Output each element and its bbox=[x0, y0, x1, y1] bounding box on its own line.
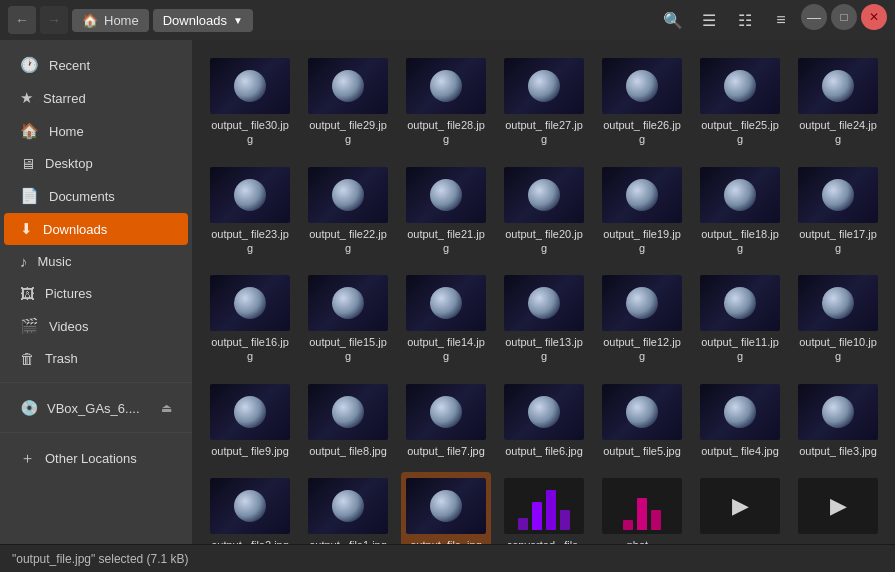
file-item-11[interactable]: output_ file19.jpg bbox=[597, 161, 687, 262]
file-item-7[interactable]: output_ file23.jpg bbox=[205, 161, 295, 262]
file-item-9[interactable]: output_ file21.jpg bbox=[401, 161, 491, 262]
moon-thumbnail bbox=[308, 478, 388, 534]
file-item-26[interactable]: output_ file4.jpg bbox=[695, 378, 785, 464]
moon-shape bbox=[626, 396, 658, 428]
file-item-22[interactable]: output_ file8.jpg bbox=[303, 378, 393, 464]
star-icon: ★ bbox=[20, 89, 33, 107]
file-item-5[interactable]: output_ file25.jpg bbox=[695, 52, 785, 153]
file-item-34[interactable]: ▶ bbox=[793, 472, 883, 544]
file-item-1[interactable]: output_ file29.jpg bbox=[303, 52, 393, 153]
moon-thumbnail bbox=[798, 58, 878, 114]
file-item-13[interactable]: output_ file17.jpg bbox=[793, 161, 883, 262]
file-item-18[interactable]: output_ file12.jpg bbox=[597, 269, 687, 370]
moon-thumbnail bbox=[602, 58, 682, 114]
recent-icon: 🕐 bbox=[20, 56, 39, 74]
file-item-14[interactable]: output_ file16.jpg bbox=[205, 269, 295, 370]
moon-shape bbox=[724, 396, 756, 428]
file-item-6[interactable]: output_ file24.jpg bbox=[793, 52, 883, 153]
minimize-button[interactable]: — bbox=[801, 4, 827, 30]
sidebar-item-trash[interactable]: 🗑 Trash bbox=[4, 343, 188, 374]
moon-thumbnail bbox=[308, 58, 388, 114]
music-icon: ♪ bbox=[20, 253, 28, 270]
sidebar-item-documents[interactable]: 📄 Documents bbox=[4, 180, 188, 212]
file-item-17[interactable]: output_ file13.jpg bbox=[499, 269, 589, 370]
moon-shape bbox=[430, 70, 462, 102]
menu-button[interactable]: ≡ bbox=[765, 4, 797, 36]
home-button[interactable]: 🏠 Home bbox=[72, 9, 149, 32]
moon-thumbnail bbox=[406, 478, 486, 534]
moon-thumbnail bbox=[602, 167, 682, 223]
file-item-2[interactable]: output_ file28.jpg bbox=[401, 52, 491, 153]
sidebar-item-pictures[interactable]: 🖼 Pictures bbox=[4, 278, 188, 309]
downloads-icon: ⬇ bbox=[20, 220, 33, 238]
file-item-24[interactable]: output_ file6.jpg bbox=[499, 378, 589, 464]
close-button[interactable]: ✕ bbox=[861, 4, 887, 30]
sidebar-item-vbox[interactable]: 💿 VBox_GAs_6.... ⏏ bbox=[4, 392, 188, 424]
moon-thumbnail bbox=[798, 275, 878, 331]
file-item-31[interactable]: converted_ file.mp4 bbox=[499, 472, 589, 544]
moon-shape bbox=[528, 396, 560, 428]
file-item-30[interactable]: output_file. jpg bbox=[401, 472, 491, 544]
file-item-0[interactable]: output_ file30.jpg bbox=[205, 52, 295, 153]
file-item-25[interactable]: output_ file5.jpg bbox=[597, 378, 687, 464]
moon-shape bbox=[724, 179, 756, 211]
forward-button[interactable]: → bbox=[40, 6, 68, 34]
eject-icon[interactable]: ⏏ bbox=[161, 401, 172, 415]
file-item-32[interactable]: phot... bbox=[597, 472, 687, 544]
other-locations-icon: ＋ bbox=[20, 449, 35, 468]
file-name-14: output_ file16.jpg bbox=[209, 335, 291, 364]
file-item-28[interactable]: output_ file2.jpg bbox=[205, 472, 295, 544]
file-name-19: output_ file11.jpg bbox=[699, 335, 781, 364]
maximize-button[interactable]: □ bbox=[831, 4, 857, 30]
file-name-5: output_ file25.jpg bbox=[699, 118, 781, 147]
sidebar-item-desktop[interactable]: 🖥 Desktop bbox=[4, 148, 188, 179]
moon-shape bbox=[528, 287, 560, 319]
file-item-19[interactable]: output_ file11.jpg bbox=[695, 269, 785, 370]
moon-thumbnail bbox=[504, 58, 584, 114]
bar-segment bbox=[532, 502, 542, 530]
view-list-button[interactable]: ☰ bbox=[693, 4, 725, 36]
file-item-20[interactable]: output_ file10.jpg bbox=[793, 269, 883, 370]
bar-segment bbox=[518, 518, 528, 530]
moon-shape bbox=[528, 179, 560, 211]
sidebar-label-vbox: VBox_GAs_6.... bbox=[47, 401, 140, 416]
sidebar-item-downloads[interactable]: ⬇ Downloads bbox=[4, 213, 188, 245]
file-name-31: converted_ file.mp4 bbox=[503, 538, 585, 544]
file-item-27[interactable]: output_ file3.jpg bbox=[793, 378, 883, 464]
file-name-12: output_ file18.jpg bbox=[699, 227, 781, 256]
file-item-10[interactable]: output_ file20.jpg bbox=[499, 161, 589, 262]
file-item-4[interactable]: output_ file26.jpg bbox=[597, 52, 687, 153]
file-name-9: output_ file21.jpg bbox=[405, 227, 487, 256]
file-grid: output_ file30.jpg output_ file29.jpg ou… bbox=[205, 52, 883, 544]
moon-shape bbox=[332, 179, 364, 211]
sidebar-item-other-locations[interactable]: ＋ Other Locations bbox=[4, 442, 188, 475]
sidebar-item-starred[interactable]: ★ Starred bbox=[4, 82, 188, 114]
file-item-8[interactable]: output_ file22.jpg bbox=[303, 161, 393, 262]
moon-shape bbox=[430, 490, 462, 522]
sidebar-label-downloads: Downloads bbox=[43, 222, 107, 237]
moon-shape bbox=[234, 396, 266, 428]
home-icon: 🏠 bbox=[82, 13, 98, 28]
search-button[interactable]: 🔍 bbox=[657, 4, 689, 36]
home-sidebar-icon: 🏠 bbox=[20, 122, 39, 140]
file-item-29[interactable]: output_ file1.jpg bbox=[303, 472, 393, 544]
sidebar-item-videos[interactable]: 🎬 Videos bbox=[4, 310, 188, 342]
file-item-15[interactable]: output_ file15.jpg bbox=[303, 269, 393, 370]
file-item-3[interactable]: output_ file27.jpg bbox=[499, 52, 589, 153]
sidebar-item-recent[interactable]: 🕐 Recent bbox=[4, 49, 188, 81]
file-item-12[interactable]: output_ file18.jpg bbox=[695, 161, 785, 262]
sidebar-item-home[interactable]: 🏠 Home bbox=[4, 115, 188, 147]
moon-thumbnail bbox=[308, 275, 388, 331]
back-button[interactable]: ← bbox=[8, 6, 36, 34]
file-item-23[interactable]: output_ file7.jpg bbox=[401, 378, 491, 464]
file-item-21[interactable]: output_ file9.jpg bbox=[205, 378, 295, 464]
moon-shape bbox=[234, 179, 266, 211]
sidebar-item-music[interactable]: ♪ Music bbox=[4, 246, 188, 277]
file-item-33[interactable]: ▶ bbox=[695, 472, 785, 544]
location-button[interactable]: Downloads ▼ bbox=[153, 9, 253, 32]
moon-thumbnail bbox=[602, 275, 682, 331]
file-item-16[interactable]: output_ file14.jpg bbox=[401, 269, 491, 370]
sidebar-label-music: Music bbox=[38, 254, 72, 269]
view-toggle-button[interactable]: ☷ bbox=[729, 4, 761, 36]
moon-shape bbox=[822, 396, 854, 428]
